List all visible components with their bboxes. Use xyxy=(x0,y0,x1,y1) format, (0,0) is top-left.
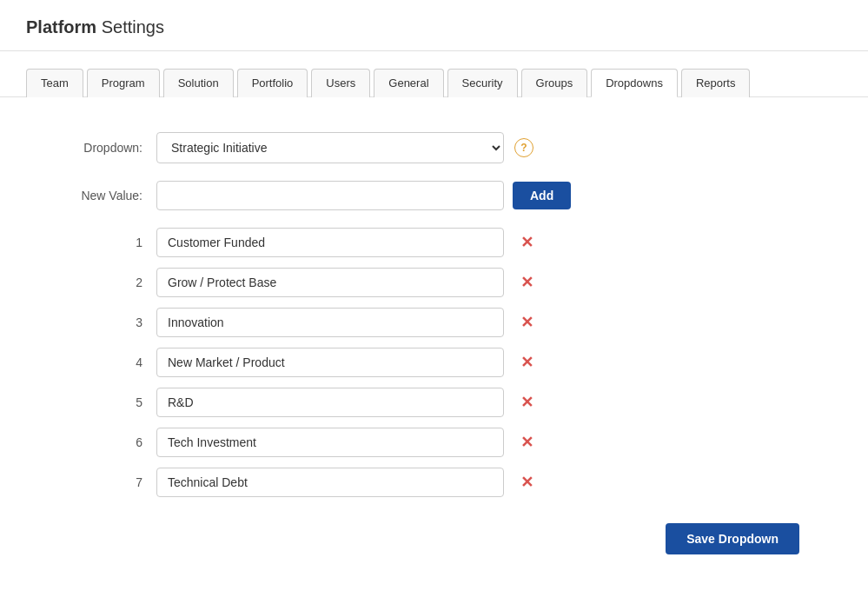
tab-program[interactable]: Program xyxy=(87,69,160,97)
tab-dropdowns[interactable]: Dropdowns xyxy=(591,69,678,97)
list-row: 2✕ xyxy=(52,268,799,297)
list-item-input[interactable] xyxy=(156,468,504,497)
list-item-number: 1 xyxy=(52,236,156,249)
tab-team[interactable]: Team xyxy=(26,69,83,97)
list-row: 7✕ xyxy=(52,468,799,497)
tab-solution[interactable]: Solution xyxy=(163,69,234,97)
delete-icon: ✕ xyxy=(520,233,533,252)
list-row: 4✕ xyxy=(52,348,799,377)
list-item-input[interactable] xyxy=(156,268,504,297)
delete-item-button[interactable]: ✕ xyxy=(514,270,539,295)
dropdown-label: Dropdown: xyxy=(52,141,156,155)
list-row: 3✕ xyxy=(52,308,799,337)
list-item-input[interactable] xyxy=(156,388,504,417)
list-item-number: 7 xyxy=(52,475,156,489)
new-value-wrapper: Add xyxy=(156,181,799,210)
page-header: Platform Settings xyxy=(0,0,868,51)
save-section: Save Dropdown xyxy=(52,523,799,554)
delete-item-button[interactable]: ✕ xyxy=(514,390,539,415)
add-button[interactable]: Add xyxy=(513,182,571,209)
delete-item-button[interactable]: ✕ xyxy=(514,310,539,335)
tab-groups[interactable]: Groups xyxy=(521,69,588,97)
delete-item-button[interactable]: ✕ xyxy=(514,230,539,255)
main-content: Dropdown: Strategic Initiative Security … xyxy=(0,97,868,589)
list-row: 1✕ xyxy=(52,228,799,257)
dropdown-row: Dropdown: Strategic Initiative Security … xyxy=(52,132,799,163)
tabs-container: Team Program Solution Portfolio Users Ge… xyxy=(0,51,868,97)
delete-item-button[interactable]: ✕ xyxy=(514,430,539,455)
dropdown-select[interactable]: Strategic Initiative Security Grow Prote… xyxy=(156,132,504,163)
list-row: 6✕ xyxy=(52,428,799,457)
list-row: 5✕ xyxy=(52,388,799,417)
page-title-normal: Settings xyxy=(96,17,164,37)
list-item-number: 6 xyxy=(52,435,156,449)
tab-reports[interactable]: Reports xyxy=(681,69,751,97)
list-item-input[interactable] xyxy=(156,348,504,377)
list-item-number: 4 xyxy=(52,355,156,369)
new-value-input[interactable] xyxy=(156,181,504,210)
tab-portfolio[interactable]: Portfolio xyxy=(237,69,308,97)
help-icon[interactable]: ? xyxy=(514,138,533,157)
page-title-bold: Platform xyxy=(26,17,96,37)
list-items: 1✕2✕3✕4✕5✕6✕7✕ xyxy=(52,228,799,497)
new-value-label: New Value: xyxy=(52,189,156,202)
delete-item-button[interactable]: ✕ xyxy=(514,470,539,494)
delete-icon: ✕ xyxy=(520,353,533,372)
tab-security[interactable]: Security xyxy=(447,69,518,97)
delete-item-button[interactable]: ✕ xyxy=(514,350,539,375)
delete-icon: ✕ xyxy=(520,473,533,492)
delete-icon: ✕ xyxy=(520,393,533,412)
list-item-number: 5 xyxy=(52,395,156,409)
form-section: Dropdown: Strategic Initiative Security … xyxy=(52,132,799,554)
dropdown-wrapper: Strategic Initiative Security Grow Prote… xyxy=(156,132,799,163)
list-item-number: 2 xyxy=(52,275,156,289)
list-item-input[interactable] xyxy=(156,308,504,337)
delete-icon: ✕ xyxy=(520,273,533,292)
tab-users[interactable]: Users xyxy=(311,69,370,97)
delete-icon: ✕ xyxy=(520,433,533,452)
delete-icon: ✕ xyxy=(520,313,533,332)
list-item-number: 3 xyxy=(52,315,156,329)
list-item-input[interactable] xyxy=(156,428,504,457)
tab-general[interactable]: General xyxy=(374,69,443,97)
new-value-row: New Value: Add xyxy=(52,181,799,210)
save-dropdown-button[interactable]: Save Dropdown xyxy=(666,523,799,554)
list-item-input[interactable] xyxy=(156,228,504,257)
